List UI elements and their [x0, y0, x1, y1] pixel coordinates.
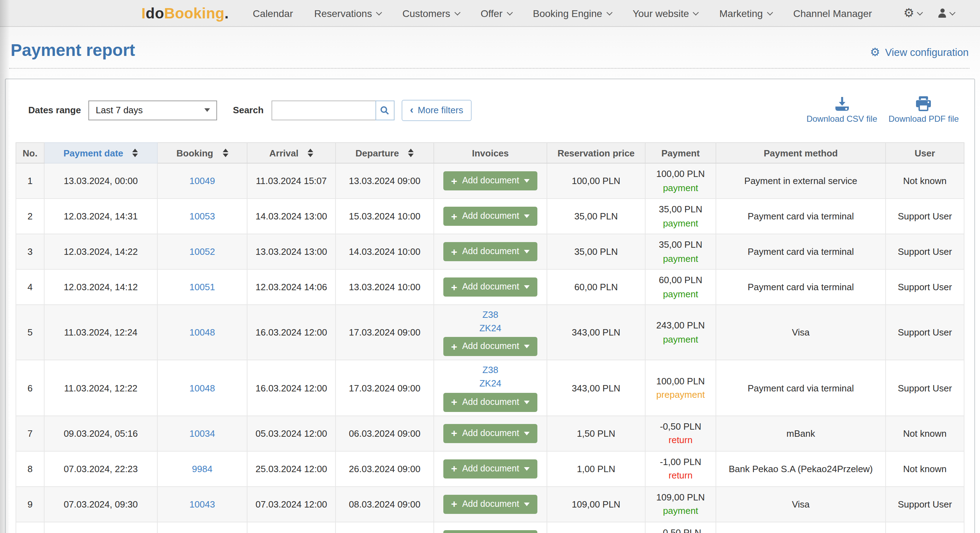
table-row: 907.03.2024, 09:301004307.03.2024 12:000…: [16, 486, 964, 522]
cell-invoices: +Add document: [434, 163, 547, 199]
booking-link[interactable]: 10053: [189, 211, 215, 222]
caret-down-icon: [524, 467, 530, 470]
account-menu-button[interactable]: [937, 8, 955, 18]
nav-item-calendar[interactable]: Calendar: [253, 8, 293, 19]
add-document-button[interactable]: +Add document: [443, 393, 538, 412]
cell-departure: 08.03.2024 09:00: [336, 486, 434, 522]
gear-icon: ⚙: [870, 47, 880, 58]
cell-user: Not known: [886, 163, 964, 199]
add-document-label: Add document: [462, 342, 519, 352]
cell-payment-method: Payment card via terminal: [716, 360, 886, 415]
cell-payment-date: 06.03.2024, 13:38: [44, 522, 158, 533]
add-document-button[interactable]: +Add document: [443, 278, 538, 297]
payment-amount: -0,50 PLN: [660, 527, 701, 533]
payment-status: payment: [650, 333, 711, 346]
add-document-button[interactable]: +Add document: [443, 530, 538, 533]
add-document-button[interactable]: +Add document: [443, 495, 538, 514]
cell-payment-method: Payment card via terminal: [716, 270, 886, 305]
download-buttons: Download CSV file Download PDF file: [807, 97, 963, 124]
invoice-link[interactable]: ZK24: [479, 377, 501, 390]
booking-link[interactable]: 10051: [189, 282, 215, 293]
chevron-down-icon: [693, 9, 699, 15]
add-document-button[interactable]: +Add document: [443, 424, 538, 443]
cell-invoices: +Add document: [434, 234, 547, 270]
view-configuration-link[interactable]: ⚙ View configuration: [870, 47, 969, 60]
table-header-row: No.Payment dateBookingArrivalDepartureIn…: [16, 143, 964, 163]
booking-link[interactable]: 10043: [189, 499, 215, 509]
cell-booking: 10048: [158, 305, 247, 360]
column-header-user: User: [886, 143, 964, 163]
add-document-button[interactable]: +Add document: [443, 207, 538, 226]
search-button[interactable]: [375, 101, 395, 120]
download-icon: [833, 97, 850, 112]
nav-item-label: Offer: [481, 8, 503, 19]
booking-link[interactable]: 10048: [189, 383, 215, 393]
booking-link[interactable]: 10052: [189, 247, 215, 257]
add-document-button[interactable]: +Add document: [443, 459, 538, 478]
invoice-link[interactable]: Z38: [482, 309, 498, 321]
sort-down-arrow: [223, 154, 228, 158]
table-row: 511.03.2024, 12:241004816.03.2024 12:001…: [16, 305, 964, 360]
cell-user: Support User: [886, 360, 964, 415]
chevron-down-icon: [606, 9, 612, 15]
dates-range-select[interactable]: Last 7 days: [89, 101, 218, 120]
nav-item-customers[interactable]: Customers: [402, 8, 459, 19]
plus-icon: +: [451, 398, 458, 406]
sort-icon: [408, 149, 414, 158]
nav-item-reservations[interactable]: Reservations: [314, 8, 381, 19]
invoice-link[interactable]: Z38: [482, 364, 498, 377]
nav-item-booking-engine[interactable]: Booking Engine: [533, 8, 611, 19]
cell-invoices: +Add document: [434, 522, 547, 533]
add-document-button[interactable]: +Add document: [443, 337, 538, 356]
download-csv-button[interactable]: Download CSV file: [807, 97, 877, 124]
cell-no: 2: [16, 199, 44, 234]
cell-reservation-price: 343,00 PLN: [547, 360, 645, 415]
cell-no: 6: [16, 360, 44, 415]
cell-user: Support User: [886, 522, 964, 533]
cell-invoices: +Add document: [434, 415, 547, 451]
cell-payment-date: 12.03.2024, 14:31: [44, 199, 158, 234]
settings-menu-button[interactable]: ⚙: [904, 7, 923, 19]
column-header-booking[interactable]: Booking: [158, 143, 247, 163]
nav-item-marketing[interactable]: Marketing: [719, 8, 772, 19]
booking-link[interactable]: 10034: [189, 428, 215, 439]
caret-down-icon: [205, 109, 210, 112]
cell-payment: -1,00 PLNreturn: [645, 451, 716, 486]
column-header-payment-date[interactable]: Payment date: [44, 143, 158, 163]
column-header-inner: User: [915, 148, 935, 158]
cell-booking: 10053: [158, 199, 247, 234]
booking-link[interactable]: 9984: [192, 463, 213, 474]
booking-link[interactable]: 10048: [189, 327, 215, 338]
table-row: 113.03.2024, 00:001004911.03.2024 15:071…: [16, 163, 964, 199]
booking-link[interactable]: 10049: [189, 176, 215, 187]
nav-item-offer[interactable]: Offer: [481, 8, 512, 19]
nav-right: ⚙: [904, 7, 955, 19]
dates-range-label: Dates range: [28, 105, 81, 116]
nav-item-label: Reservations: [314, 8, 372, 19]
add-document-button[interactable]: +Add document: [443, 243, 538, 262]
printer-icon: [915, 97, 932, 112]
payment-status: prepayment: [650, 388, 711, 402]
idobooking-logo[interactable]: IdoBooking.: [142, 5, 229, 22]
add-document-button[interactable]: +Add document: [443, 172, 538, 191]
chevron-down-icon: [454, 9, 460, 15]
caret-down-icon: [524, 250, 530, 254]
more-filters-button[interactable]: ‹ More filters: [402, 100, 472, 121]
invoice-links: Z38ZK24: [438, 309, 542, 334]
column-header-inner: Payment: [662, 148, 700, 158]
download-pdf-button[interactable]: Download PDF file: [888, 97, 959, 124]
cell-user: Not known: [886, 415, 964, 451]
sort-up-arrow: [408, 149, 414, 153]
nav-item-your-website[interactable]: Your website: [633, 8, 698, 19]
column-header-departure[interactable]: Departure: [336, 143, 434, 163]
search-input[interactable]: [272, 101, 376, 120]
cell-payment-date: 12.03.2024, 14:12: [44, 270, 158, 305]
column-header-arrival[interactable]: Arrival: [247, 143, 336, 163]
cell-reservation-price: 1,00 PLN: [547, 451, 645, 486]
column-header-label: Arrival: [269, 148, 298, 158]
cell-user: Support User: [886, 199, 964, 234]
invoice-link[interactable]: ZK24: [479, 322, 501, 334]
column-header-inner: Payment method: [764, 148, 838, 158]
dotted-separator: [9, 68, 969, 69]
nav-item-channel-manager[interactable]: Channel Manager: [793, 8, 872, 19]
